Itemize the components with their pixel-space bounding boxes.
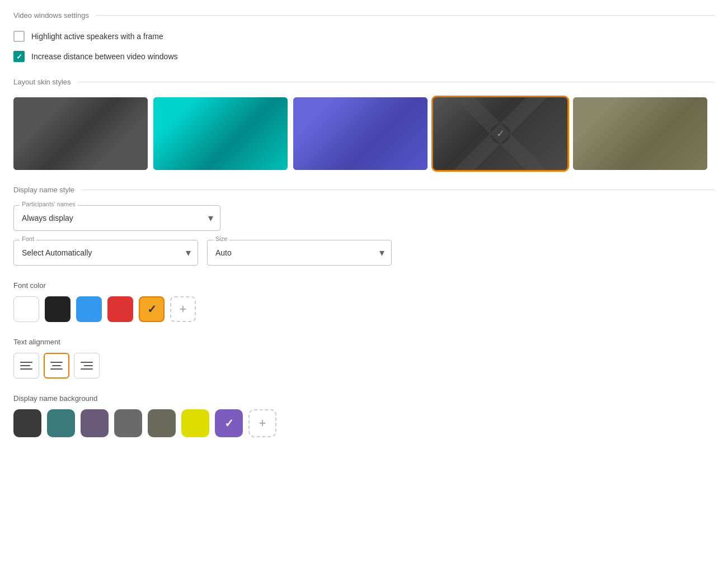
align-line [50,362,63,363]
participants-names-label: Participants' names [20,201,78,207]
text-alignment-title: Text alignment [13,338,715,346]
color-white[interactable] [13,296,39,322]
size-select[interactable]: Size Auto ▾ [207,240,392,266]
align-line [81,362,93,363]
color-orange[interactable]: ✓ [139,296,165,322]
color-red[interactable] [107,296,133,322]
bg-purple-dark[interactable] [81,409,109,437]
font-color-section: Font color ✓ + [13,281,715,322]
size-label: Size [213,235,229,242]
display-name-section: Display name style Participants' names A… [13,186,715,266]
participants-names-value[interactable]: Always display [14,206,220,230]
alignment-buttons [13,353,715,379]
skin-teal[interactable] [153,97,288,170]
color-blue[interactable] [76,296,102,322]
bg-color-row: ✓ + [13,409,715,437]
align-line [84,365,93,366]
display-name-bg-section: Display name background ✓ + [13,394,715,437]
align-center-btn[interactable] [44,353,69,379]
font-color-title: Font color [13,281,715,290]
bg-teal-dark[interactable] [47,409,75,437]
font-value[interactable]: Select Automatically [14,240,198,265]
distance-checkbox-row[interactable]: Increase distance between video windows [13,51,715,62]
align-line [52,365,61,366]
align-line [81,368,93,370]
skin-dark-geo[interactable]: ✓ [433,97,567,170]
text-alignment-section: Text alignment [13,338,715,379]
bg-gray-mid[interactable] [114,409,142,437]
align-right-icon [81,362,93,370]
skin-purple[interactable] [293,97,428,170]
layout-skin-title: Layout skin styles [13,78,71,86]
layout-skin-header: Layout skin styles [13,78,715,86]
distance-label: Increase distance between video windows [31,52,178,61]
bg-purple-selected[interactable]: ✓ [215,409,243,437]
bg-gray-olive[interactable] [148,409,176,437]
align-left-btn[interactable] [13,353,39,379]
skin-dark[interactable] [13,97,148,170]
align-line [20,365,30,366]
add-custom-icon: + [180,302,187,316]
skin-olive[interactable] [573,97,707,170]
orange-check: ✓ [147,302,157,316]
size-value[interactable]: Auto [208,240,391,265]
color-add-custom[interactable]: + [170,296,196,322]
bg-add-icon: + [259,416,266,431]
font-color-row: ✓ + [13,296,715,322]
bg-add-custom[interactable]: + [248,409,276,437]
participants-names-select[interactable]: Participants' names Always display ▾ [13,205,220,231]
display-name-fields: Participants' names Always display ▾ Fon… [13,205,715,266]
align-left-icon [20,362,32,370]
font-select[interactable]: Font Select Automatically ▾ [13,240,198,266]
distance-checkbox[interactable] [13,51,25,62]
video-windows-title: Video windows settings [13,11,89,20]
font-label: Font [20,235,36,242]
display-name-title: Display name style [13,186,74,194]
skin-grid: ✓ [13,97,715,170]
font-size-row: Font Select Automatically ▾ Size Auto ▾ [13,240,715,266]
align-line [20,362,32,363]
bg-selected-check: ✓ [224,417,234,430]
align-center-icon [50,362,63,370]
highlight-checkbox[interactable] [13,31,25,42]
skin-selected-check: ✓ [490,124,510,144]
highlight-label: Highlight active speakers with a frame [31,32,163,41]
layout-skin-section: Layout skin styles ✓ [13,78,715,170]
bg-yellow[interactable] [181,409,209,437]
color-black[interactable] [45,296,71,322]
video-windows-section: Video windows settings Highlight active … [13,11,715,62]
align-line [50,368,63,370]
display-name-header: Display name style [13,186,715,194]
align-right-btn[interactable] [74,353,100,379]
display-name-bg-title: Display name background [13,394,715,403]
video-windows-header: Video windows settings [13,11,715,20]
bg-dark-gray[interactable] [13,409,41,437]
highlight-checkbox-row[interactable]: Highlight active speakers with a frame [13,31,715,42]
align-line [20,368,32,370]
